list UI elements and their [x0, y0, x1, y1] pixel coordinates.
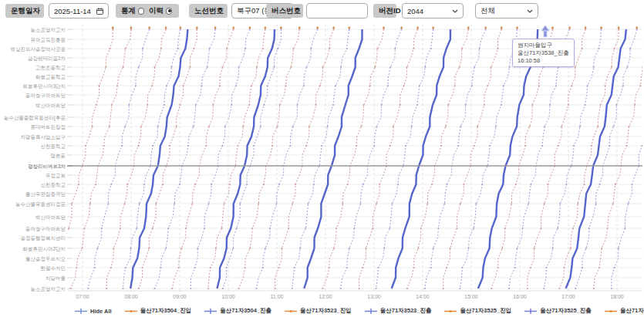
stop-marker: [160, 267, 161, 268]
stop-marker: [530, 267, 531, 268]
trip-line-entry-trips[interactable]: [407, 29, 468, 288]
legend-label: 울산71자3504_진입: [140, 307, 192, 315]
trip-line-exit-trips[interactable]: [88, 29, 150, 288]
legend-item[interactable]: 울산71자3523_진입: [285, 307, 352, 315]
filter-select[interactable]: 전체: [475, 3, 538, 19]
tooltip-series: 울산71자3538_진출: [518, 49, 569, 57]
stop-marker: [153, 288, 155, 289]
trip-line-entry-trips[interactable]: [322, 29, 383, 288]
calendar-icon[interactable]: [96, 8, 103, 15]
trip-line-entry-trips[interactable]: [172, 29, 234, 288]
stop-marker: [96, 248, 98, 249]
history-radio[interactable]: [166, 8, 172, 15]
time-tick-label: 15:00: [464, 294, 478, 299]
stat-radio[interactable]: [138, 8, 144, 15]
stop-marker: [92, 126, 93, 127]
stop-marker: [277, 126, 278, 127]
trip-line-entry-trips[interactable]: [239, 29, 300, 288]
stop-marker: [307, 203, 309, 204]
stop-marker: [456, 228, 457, 229]
stop-marker: [362, 184, 364, 185]
stop-marker: [211, 184, 212, 185]
trip-line-entry-trips[interactable]: [594, 29, 644, 288]
trip-line-highlighted-trips[interactable]: [478, 29, 538, 288]
stop-marker: [463, 184, 464, 185]
trip-line-exit-trips[interactable]: [155, 29, 216, 288]
stop-marker: [597, 126, 598, 127]
date-input[interactable]: 2025-11-14: [49, 3, 109, 19]
stop-marker: [540, 228, 541, 229]
stop-marker: [142, 48, 143, 49]
stop-marker: [125, 267, 126, 268]
stop-marker: [346, 48, 348, 49]
stop-marker: [606, 228, 608, 229]
stop-marker: [295, 184, 296, 185]
trip-line-exit-trips[interactable]: [223, 29, 282, 288]
stop-marker: [528, 203, 529, 204]
trip-line-entry-trips[interactable]: [139, 29, 197, 288]
legend-item[interactable]: Hide All: [75, 308, 112, 315]
legend-item[interactable]: 울산71자3523_진출: [365, 307, 432, 315]
trip-line-entry-trips[interactable]: [443, 29, 502, 288]
trip-line-entry-trips[interactable]: [491, 29, 552, 288]
stop-marker: [152, 145, 153, 147]
stop-marker: [143, 184, 145, 185]
stop-marker: [208, 48, 210, 49]
stop-marker: [190, 288, 191, 289]
stop-marker: [626, 145, 628, 147]
legend-item[interactable]: 울산71자3525_진출: [524, 307, 592, 315]
stop-marker: [447, 104, 449, 106]
legend-item[interactable]: 울산71자3538_진입: [605, 307, 644, 315]
stop-marker: [627, 203, 629, 204]
trip-line-exit-trips[interactable]: [341, 29, 402, 288]
legend-marker-icon: [605, 308, 617, 315]
stop-marker: [547, 184, 548, 185]
stop-marker: [544, 203, 545, 204]
trip-line-entry-trips[interactable]: [71, 29, 131, 288]
stat-radio-label: 통계: [121, 6, 136, 16]
trip-end-marker: [501, 27, 503, 29]
stop-marker: [222, 288, 224, 289]
stop-marker: [474, 66, 475, 68]
station-label: 롯데마트진장점: [31, 124, 66, 130]
stop-marker: [310, 48, 312, 49]
stop-marker: [251, 228, 253, 229]
bus-number-field: [306, 3, 368, 19]
trip-line-exit-trips[interactable]: [256, 29, 317, 288]
stop-marker: [561, 126, 562, 127]
time-tick-label: 17:00: [561, 294, 575, 299]
stop-marker: [424, 288, 426, 289]
station-label: 동아청구아파트앞: [25, 93, 66, 99]
stop-marker: [474, 145, 475, 147]
stop-marker: [176, 126, 177, 127]
stop-marker: [290, 66, 292, 68]
trip-line-exit-trips[interactable]: [544, 29, 601, 288]
station-label: 명촌동: [51, 153, 66, 159]
legend-item[interactable]: 울산71자3504_진입: [125, 307, 192, 315]
trip-line-exit-trips[interactable]: [575, 29, 637, 288]
trip-line-exit-trips[interactable]: [191, 29, 250, 288]
legend-item[interactable]: 울산71자3525_진입: [444, 307, 511, 315]
trip-line-highlighted-trips[interactable]: [217, 29, 275, 288]
trip-line-exit-trips[interactable]: [509, 29, 570, 288]
stop-marker: [329, 267, 330, 268]
stop-marker: [534, 248, 535, 249]
trip-end-marker: [467, 27, 470, 29]
trip-line-exit-trips[interactable]: [292, 29, 349, 288]
trip-line-entry-trips[interactable]: [106, 29, 166, 288]
legend-marker-icon: [75, 308, 87, 315]
trip-line-entry-trips[interactable]: [208, 29, 265, 288]
trip-line-exit-trips[interactable]: [612, 29, 644, 288]
trip-line-entry-trips[interactable]: [359, 29, 418, 288]
trip-line-exit-trips[interactable]: [123, 29, 180, 288]
bus-number-input[interactable]: [312, 7, 362, 15]
trip-line-highlighted-trips[interactable]: [392, 29, 450, 288]
trip-line-exit-trips[interactable]: [425, 29, 486, 288]
time-tick-label: 16:00: [513, 294, 527, 299]
trip-line-entry-trips[interactable]: [275, 29, 334, 288]
trip-line-exit-trips[interactable]: [376, 29, 433, 288]
stop-marker: [497, 48, 498, 49]
legend-item[interactable]: 울산71자3504_진출: [204, 307, 271, 315]
version-select[interactable]: 2044: [402, 3, 464, 19]
trip-line-highlighted-trips[interactable]: [130, 29, 187, 288]
